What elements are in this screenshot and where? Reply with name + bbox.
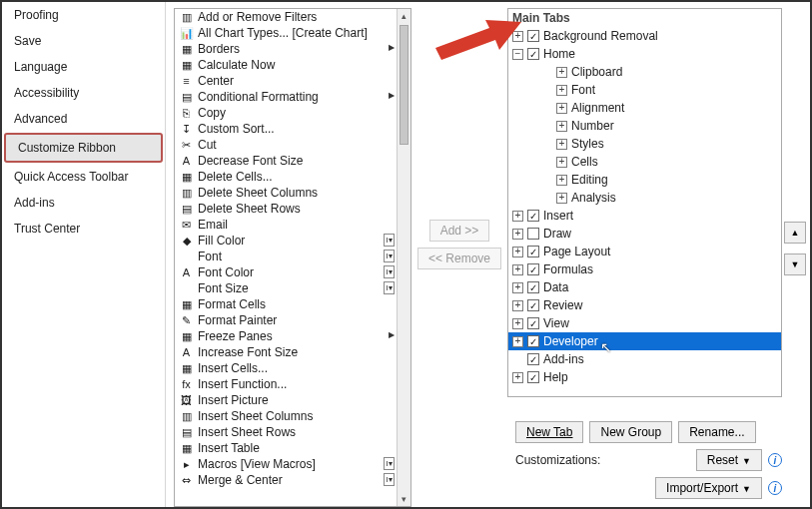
- expand-icon[interactable]: +: [556, 139, 567, 150]
- reset-button[interactable]: Reset▼: [696, 449, 762, 471]
- tab-tree-item[interactable]: Add-ins: [508, 350, 781, 368]
- rename-button[interactable]: Rename...: [678, 421, 755, 443]
- expand-icon[interactable]: +: [512, 211, 523, 222]
- sidebar-item-quick-access-toolbar[interactable]: Quick Access Toolbar: [2, 164, 165, 190]
- command-item[interactable]: ▤Insert Sheet Rows: [175, 424, 397, 440]
- tab-checkbox[interactable]: [527, 48, 539, 60]
- command-item[interactable]: ▦Borders: [175, 41, 397, 57]
- command-item[interactable]: Font SizeI▾: [175, 280, 397, 296]
- expand-icon[interactable]: +: [556, 193, 567, 204]
- tab-tree-item[interactable]: +Insert: [508, 207, 781, 225]
- tab-tree-item[interactable]: +Font: [508, 81, 781, 99]
- remove-button[interactable]: << Remove: [417, 248, 501, 269]
- tab-checkbox[interactable]: [527, 228, 539, 240]
- tab-tree-item[interactable]: +Data: [508, 278, 781, 296]
- command-item[interactable]: ↧Custom Sort...: [175, 121, 397, 137]
- new-tab-button[interactable]: New Tab: [515, 421, 583, 443]
- expand-icon[interactable]: +: [512, 336, 523, 347]
- scroll-down-icon[interactable]: ▾: [398, 492, 410, 506]
- command-item[interactable]: ▦Insert Table: [175, 440, 397, 456]
- sidebar-item-proofing[interactable]: Proofing: [2, 2, 165, 28]
- tab-tree-item[interactable]: +Editing: [508, 171, 781, 189]
- tab-checkbox[interactable]: [527, 210, 539, 222]
- tab-tree-item[interactable]: +Analysis: [508, 189, 781, 207]
- tab-checkbox[interactable]: [527, 281, 539, 293]
- tab-tree-item[interactable]: −Home: [508, 45, 781, 63]
- info-icon[interactable]: i: [768, 481, 782, 495]
- commands-list[interactable]: ▥Add or Remove Filters📊All Chart Types..…: [174, 8, 411, 507]
- sidebar-item-trust-center[interactable]: Trust Center: [2, 216, 165, 242]
- tab-tree-item[interactable]: +Draw: [508, 225, 781, 243]
- collapse-icon[interactable]: −: [512, 49, 523, 60]
- tab-checkbox[interactable]: [527, 353, 539, 365]
- scroll-thumb[interactable]: [400, 25, 408, 145]
- tab-tree-item[interactable]: +Formulas: [508, 260, 781, 278]
- command-item[interactable]: ▸Macros [View Macros]I▾: [175, 456, 397, 472]
- command-item[interactable]: ◆Fill ColorI▾: [175, 233, 397, 249]
- command-item[interactable]: ⎘Copy: [175, 105, 397, 121]
- tab-checkbox[interactable]: [527, 371, 539, 383]
- sidebar-item-language[interactable]: Language: [2, 54, 165, 80]
- command-item[interactable]: 🖼Insert Picture: [175, 392, 397, 408]
- command-item[interactable]: AIncrease Font Size: [175, 344, 397, 360]
- expand-icon[interactable]: +: [512, 282, 523, 293]
- command-item[interactable]: ✂Cut: [175, 137, 397, 153]
- main-tabs-tree[interactable]: Main Tabs +Background Removal−Home+Clipb…: [507, 8, 782, 397]
- expand-icon[interactable]: +: [556, 157, 567, 168]
- tab-tree-item[interactable]: +Review: [508, 296, 781, 314]
- command-item[interactable]: AFont ColorI▾: [175, 264, 397, 280]
- sidebar-item-save[interactable]: Save: [2, 28, 165, 54]
- expand-icon[interactable]: +: [556, 103, 567, 114]
- move-up-button[interactable]: ▲: [784, 222, 806, 244]
- import-export-button[interactable]: Import/Export▼: [655, 477, 762, 499]
- command-item[interactable]: ≡Center: [175, 73, 397, 89]
- command-item[interactable]: ▥Delete Sheet Columns: [175, 185, 397, 201]
- add-button[interactable]: Add >>: [429, 220, 490, 242]
- expand-icon[interactable]: +: [556, 121, 567, 132]
- command-item[interactable]: ▥Add or Remove Filters: [175, 9, 397, 25]
- tab-checkbox[interactable]: [527, 30, 539, 42]
- expand-icon[interactable]: +: [512, 264, 523, 275]
- expand-icon[interactable]: +: [556, 67, 567, 78]
- tab-checkbox[interactable]: [527, 263, 539, 275]
- tab-checkbox[interactable]: [527, 246, 539, 257]
- command-item[interactable]: ADecrease Font Size: [175, 153, 397, 169]
- scroll-up-icon[interactable]: ▴: [398, 9, 410, 23]
- info-icon[interactable]: i: [768, 453, 782, 467]
- tab-tree-item[interactable]: +View: [508, 314, 781, 332]
- expand-icon[interactable]: +: [556, 175, 567, 186]
- expand-icon[interactable]: +: [512, 318, 523, 329]
- move-down-button[interactable]: ▼: [784, 254, 806, 275]
- command-item[interactable]: ▦Calculate Now: [175, 57, 397, 73]
- tab-tree-item[interactable]: +Background Removal: [508, 27, 781, 45]
- expand-icon[interactable]: +: [512, 372, 523, 383]
- sidebar-item-customize-ribbon[interactable]: Customize Ribbon: [4, 133, 163, 163]
- tab-tree-item[interactable]: +Help: [508, 368, 781, 386]
- expand-icon[interactable]: +: [512, 229, 523, 240]
- new-group-button[interactable]: New Group: [589, 421, 672, 443]
- command-item[interactable]: ▦Delete Cells...: [175, 169, 397, 185]
- tab-tree-item[interactable]: +Page Layout: [508, 243, 781, 260]
- tab-checkbox[interactable]: [527, 335, 539, 347]
- command-item[interactable]: ✉Email: [175, 217, 397, 233]
- tab-tree-item[interactable]: +Cells: [508, 153, 781, 171]
- commands-scrollbar[interactable]: ▴ ▾: [397, 9, 410, 506]
- tab-checkbox[interactable]: [527, 299, 539, 311]
- tab-tree-item[interactable]: +Styles: [508, 135, 781, 153]
- tab-tree-item[interactable]: +Number: [508, 117, 781, 135]
- command-item[interactable]: ✎Format Painter: [175, 312, 397, 328]
- sidebar-item-advanced[interactable]: Advanced: [2, 106, 165, 132]
- sidebar-item-add-ins[interactable]: Add-ins: [2, 190, 165, 216]
- command-item[interactable]: ▤Delete Sheet Rows: [175, 201, 397, 217]
- command-item[interactable]: ▤Conditional Formatting: [175, 89, 397, 105]
- command-item[interactable]: ▦Freeze Panes: [175, 328, 397, 344]
- tab-tree-item[interactable]: +Clipboard: [508, 63, 781, 81]
- sidebar-item-accessibility[interactable]: Accessibility: [2, 80, 165, 106]
- command-item[interactable]: FontI▾: [175, 249, 397, 264]
- command-item[interactable]: fxInsert Function...: [175, 376, 397, 392]
- command-item[interactable]: 📊All Chart Types... [Create Chart]: [175, 25, 397, 41]
- command-item[interactable]: ▦Format Cells: [175, 296, 397, 312]
- expand-icon[interactable]: +: [512, 247, 523, 257]
- expand-icon[interactable]: +: [556, 85, 567, 96]
- command-item[interactable]: ▦Insert Cells...: [175, 360, 397, 376]
